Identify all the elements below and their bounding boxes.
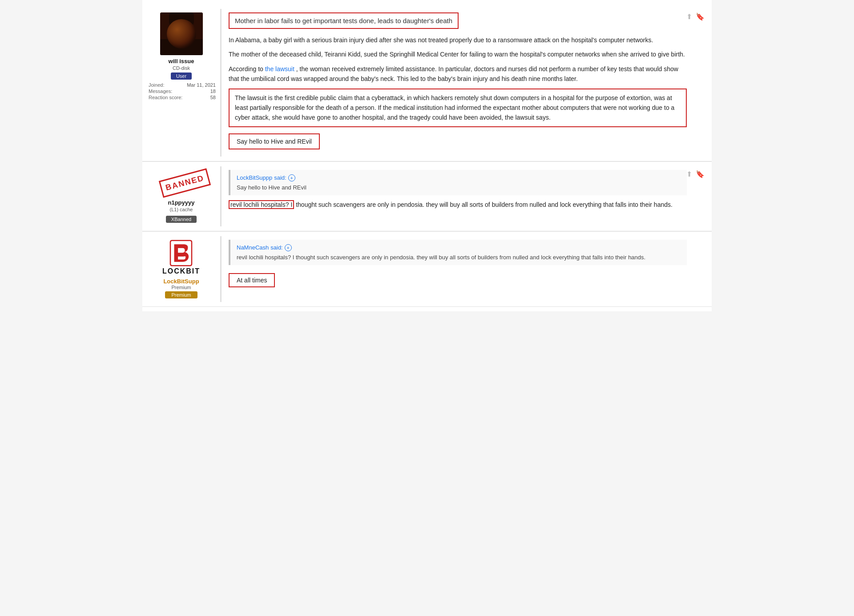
paragraph-1: In Alabama, a baby girl with a serious b… (229, 35, 687, 45)
messages-label: Messages: (149, 89, 172, 94)
banned-stamp-text: BANNED (158, 168, 210, 197)
post-actions-2: ⬆ 🔖 (686, 170, 705, 178)
premium-badge: Premium (165, 291, 197, 298)
paragraph-3: According to the lawsuit , the woman rec… (229, 64, 687, 84)
paragraph-2: The mother of the deceased child, Teiran… (229, 49, 687, 59)
lockbit-text: LOCKBIT (162, 267, 200, 275)
bookmark-icon[interactable]: 🔖 (696, 12, 705, 21)
avatar-illustration (160, 12, 203, 55)
lockbit-icon-svg (168, 240, 194, 266)
quote-header-2: LockBitSuppp said: + (237, 174, 681, 181)
reaction-value: 58 (210, 95, 216, 100)
username-3: LockBitSupp (163, 278, 199, 285)
at-all-times-text: At all times (237, 277, 267, 284)
xbanned-badge: XBanned (166, 216, 197, 223)
user-title-1: CD-disk (173, 65, 190, 71)
svg-point-2 (173, 20, 189, 36)
lawsuit-link[interactable]: the lawsuit (265, 65, 294, 72)
reply-text-2: revil lochili hospitals? I thought such … (229, 200, 687, 209)
svg-rect-3 (169, 12, 194, 25)
share-icon-2[interactable]: ⬆ (686, 170, 692, 178)
say-hello-text: Say hello to Hive and REvil (237, 138, 312, 145)
highlighted-paragraph: The lawsuit is the first credible public… (229, 89, 687, 127)
quote-author-3: NaMneCash (237, 244, 269, 251)
post-content-1: ⬆ 🔖 Mother in labor fails to get importa… (220, 9, 712, 157)
namne-section: At all times (229, 270, 687, 287)
post-actions-1: ⬆ 🔖 (686, 12, 705, 21)
user-sidebar-2: BANNED n1ppyyyy (L1) cache XBanned (142, 166, 220, 226)
quote-header-3: NaMneCash said: + (237, 244, 681, 251)
reaction-label: Reaction score: (149, 95, 182, 100)
username-2: n1ppyyyy (168, 199, 195, 206)
lockbit-logo: LOCKBIT (162, 240, 200, 275)
quote-block-3: NaMneCash said: + revil lochili hospital… (229, 240, 687, 265)
share-icon[interactable]: ⬆ (686, 12, 692, 21)
quote-expand-btn-2[interactable]: + (288, 174, 295, 181)
post-content-3: NaMneCash said: + revil lochili hospital… (220, 236, 712, 302)
highlighted-text: The lawsuit is the first credible public… (235, 94, 674, 121)
reply-text-rest: thought such scavengers are only in pend… (294, 201, 673, 208)
user-role-badge-1: User (171, 72, 192, 80)
post-text-1: In Alabama, a baby girl with a serious b… (229, 35, 687, 84)
quote-author-2: LockBitSuppp (237, 174, 272, 181)
para3-start: According to (229, 65, 263, 72)
joined-value: Mar 11, 2021 (187, 82, 216, 88)
banned-stamp: BANNED (160, 170, 203, 197)
user-sidebar-1: will issue CD-disk User Joined: Mar 11, … (142, 9, 220, 157)
at-all-times-box: At all times (229, 273, 275, 287)
thread-title-text: Mother in labor fails to get important t… (235, 17, 452, 24)
user-title-2: (L1) cache (170, 207, 193, 212)
svg-point-1 (172, 20, 191, 43)
reply-highlighted-start: revil lochili hospitals? I (229, 200, 294, 209)
avatar (160, 12, 203, 55)
quote-said-2: said: (274, 174, 286, 181)
quote-expand-btn-3[interactable]: + (285, 244, 292, 251)
quote-block-2: LockBitSuppp said: + Say hello to Hive a… (229, 170, 687, 195)
say-hello-box: Say hello to Hive and REvil (229, 133, 320, 149)
post-content-2: ⬆ 🔖 LockBitSuppp said: + Say hello to Hi… (220, 166, 712, 226)
joined-label: Joined: (149, 82, 164, 88)
svg-rect-5 (160, 39, 203, 55)
thread-title-box: Mother in labor fails to get important t… (229, 12, 459, 29)
para3-end: , the woman received extremely limited a… (229, 65, 678, 82)
username-1: will issue (169, 58, 194, 64)
post-1: will issue CD-disk User Joined: Mar 11, … (142, 4, 712, 161)
user-title-3: Premium (171, 285, 191, 290)
quote-said-3: said: (270, 244, 282, 251)
quote-text-2: Say hello to Hive and REvil (237, 184, 681, 191)
post-2: BANNED n1ppyyyy (L1) cache XBanned ⬆ 🔖 L… (142, 162, 712, 231)
messages-value: 18 (210, 89, 216, 94)
post-3: LOCKBIT LockBitSupp Premium Premium NaMn… (142, 232, 712, 307)
quote-text-3: revil lochili hospitals? I thought such … (237, 254, 681, 261)
user-sidebar-3: LOCKBIT LockBitSupp Premium Premium (142, 236, 220, 302)
bookmark-icon-2[interactable]: 🔖 (696, 170, 705, 178)
user-stats-1: Joined: Mar 11, 2021 Messages: 18 Reacti… (147, 82, 216, 101)
